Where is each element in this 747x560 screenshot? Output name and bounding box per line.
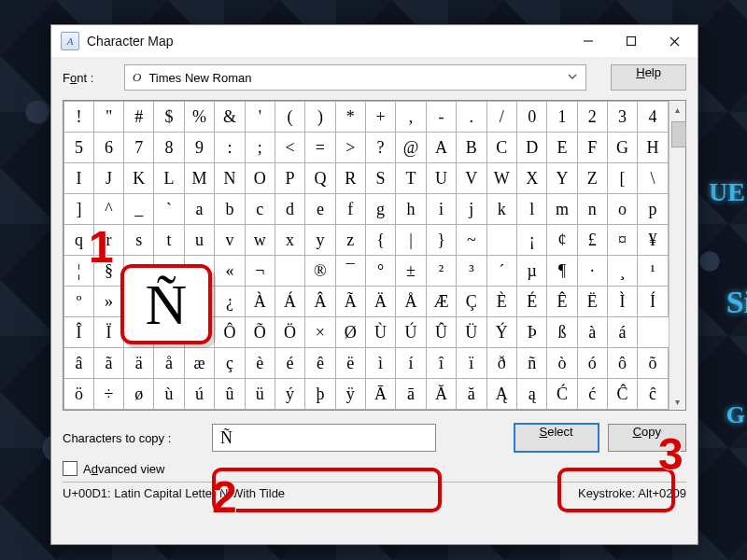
char-cell[interactable]: ] (64, 194, 94, 225)
char-cell[interactable]: ô (607, 348, 637, 379)
char-cell[interactable]: D (517, 133, 547, 163)
scroll-thumb[interactable] (671, 121, 686, 147)
char-cell[interactable]: Â (305, 287, 335, 317)
char-cell[interactable]: Ç (457, 287, 486, 317)
char-cell[interactable]: F (577, 133, 607, 163)
char-cell[interactable]: 3 (607, 102, 637, 133)
char-cell[interactable]: ? (365, 133, 395, 163)
char-cell[interactable]: é (275, 348, 304, 379)
char-cell[interactable]: Ä (365, 287, 395, 317)
char-cell[interactable]: ø (124, 379, 154, 410)
char-cell[interactable]: o (607, 194, 637, 225)
char-cell[interactable]: û (215, 379, 245, 410)
char-cell[interactable]: ê (305, 348, 335, 379)
char-cell[interactable]: ú (184, 379, 215, 410)
char-cell[interactable]: ­ (275, 256, 304, 287)
char-cell[interactable]: ä (124, 348, 154, 379)
char-cell[interactable]: Ê (547, 287, 577, 317)
char-cell[interactable]: Ć (547, 379, 577, 410)
char-cell[interactable]: i (426, 194, 457, 225)
char-cell[interactable]: ¡ (517, 225, 547, 256)
char-cell[interactable]: È (486, 287, 517, 317)
char-cell[interactable]: $ (154, 102, 184, 133)
char-cell[interactable]: Y (547, 163, 577, 194)
char-cell[interactable]: ë (335, 348, 365, 379)
char-cell[interactable]: Þ (517, 317, 547, 348)
char-cell[interactable]: A (426, 133, 457, 163)
char-cell[interactable]: è (245, 348, 275, 379)
maximize-button[interactable] (610, 26, 653, 56)
char-cell[interactable]: ö (64, 379, 94, 410)
char-cell[interactable]: , (396, 102, 427, 133)
char-cell[interactable]: z (335, 225, 365, 256)
char-cell[interactable]: ó (577, 348, 607, 379)
char-cell[interactable]: ÿ (335, 379, 365, 410)
char-cell[interactable]: [ (607, 163, 637, 194)
char-cell[interactable]: S (365, 163, 395, 194)
char-cell[interactable]: Ā (365, 379, 395, 410)
char-cell[interactable]: Ą (486, 379, 517, 410)
char-cell[interactable]: ç (215, 348, 245, 379)
char-cell[interactable]: I (64, 163, 94, 194)
char-cell[interactable]: a (184, 194, 215, 225)
char-cell[interactable]: Ï (94, 317, 124, 348)
font-select[interactable]: O Times New Roman (124, 64, 586, 91)
advanced-view-checkbox[interactable] (63, 461, 78, 476)
char-cell[interactable]: Í (638, 287, 668, 317)
char-cell[interactable]: 1 (547, 102, 577, 133)
char-cell[interactable]: R (335, 163, 365, 194)
char-cell[interactable]: g (365, 194, 395, 225)
char-cell[interactable]: X (517, 163, 547, 194)
char-cell[interactable]: 9 (184, 133, 215, 163)
char-cell[interactable]: Ú (396, 317, 427, 348)
char-cell[interactable]: ^ (94, 194, 124, 225)
char-cell[interactable]: P (275, 163, 304, 194)
char-cell[interactable]: ¬ (245, 256, 275, 287)
char-cell[interactable]: | (396, 225, 427, 256)
char-cell[interactable]: ~ (457, 225, 486, 256)
char-cell[interactable]: ï (457, 348, 486, 379)
char-cell[interactable]: 5 (64, 133, 94, 163)
char-cell[interactable]: u (184, 225, 215, 256)
char-cell[interactable]: ! (64, 102, 94, 133)
select-button[interactable]: Select (514, 424, 599, 452)
char-cell[interactable]: ò (547, 348, 577, 379)
char-cell[interactable]: ¹ (638, 256, 668, 287)
char-cell[interactable]: ¶ (547, 256, 577, 287)
char-cell[interactable]: ì (365, 348, 395, 379)
char-cell[interactable]: Z (577, 163, 607, 194)
char-cell[interactable]: 4 (638, 102, 668, 133)
char-cell[interactable]: } (426, 225, 457, 256)
char-cell[interactable]: ð (486, 348, 517, 379)
character-grid[interactable]: !"#$%&'()*+,-./0123456789:;<=>?@ABCDEFGH… (63, 101, 669, 410)
char-cell[interactable]: " (94, 102, 124, 133)
char-cell[interactable]: M (184, 163, 215, 194)
char-cell[interactable]: ) (305, 102, 335, 133)
char-cell[interactable]: k (486, 194, 517, 225)
char-cell[interactable]: G (607, 133, 637, 163)
char-cell[interactable]: Ë (577, 287, 607, 317)
char-cell[interactable]: Ø (335, 317, 365, 348)
char-cell[interactable]: d (275, 194, 304, 225)
char-cell[interactable]: ü (245, 379, 275, 410)
char-cell[interactable]: j (457, 194, 486, 225)
char-cell[interactable]: ù (154, 379, 184, 410)
char-cell[interactable]: ¿ (215, 287, 245, 317)
char-cell[interactable]: Ă (426, 379, 457, 410)
char-cell[interactable]: õ (638, 348, 668, 379)
char-cell[interactable]: - (426, 102, 457, 133)
char-cell[interactable]: « (215, 256, 245, 287)
char-cell[interactable]: Ô (215, 317, 245, 348)
char-cell[interactable]: 7 (124, 133, 154, 163)
char-cell[interactable]: á (607, 317, 637, 348)
char-cell[interactable]: » (94, 287, 124, 317)
char-cell[interactable]: ă (457, 379, 486, 410)
char-cell[interactable]: ĉ (638, 379, 668, 410)
scroll-up-icon[interactable]: ▴ (669, 101, 685, 118)
char-cell[interactable]: º (64, 287, 94, 317)
char-cell[interactable]: + (365, 102, 395, 133)
char-cell[interactable]: £ (577, 225, 607, 256)
char-cell[interactable]: Å (396, 287, 427, 317)
char-cell[interactable]: Ù (365, 317, 395, 348)
char-cell[interactable]: Î (64, 317, 94, 348)
